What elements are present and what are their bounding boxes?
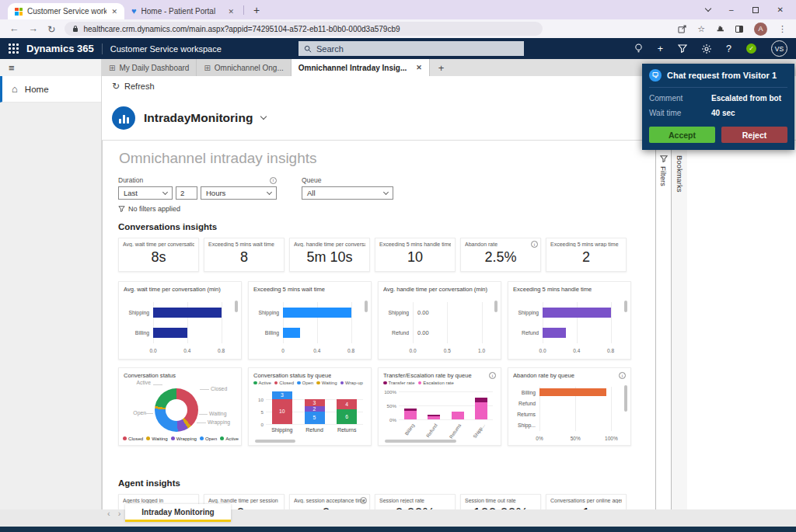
y-axis-tick: 0%: [389, 417, 396, 422]
info-icon[interactable]: i: [531, 241, 538, 248]
callout-line: [197, 422, 206, 423]
share-icon[interactable]: [678, 25, 686, 33]
kpi-value: 2.5%: [465, 249, 536, 266]
x-axis-tick: 0.4: [573, 348, 580, 353]
queue-select[interactable]: All: [302, 186, 393, 200]
queue-filter-group: Queue All: [302, 176, 393, 200]
info-icon[interactable]: i: [619, 372, 626, 379]
info-icon[interactable]: i: [270, 177, 277, 184]
back-icon[interactable]: ←: [9, 23, 19, 34]
stacked-column: [428, 415, 440, 419]
segment: [452, 412, 464, 419]
presence-available-icon[interactable]: ✓: [746, 43, 756, 54]
new-tab-button[interactable]: +: [246, 4, 267, 16]
duration-mode-select[interactable]: Last: [118, 186, 173, 200]
browser-menu-icon[interactable]: ⋮: [778, 24, 787, 34]
dashboard-title: IntradayMonitoring: [144, 111, 253, 125]
y-axis-tick: 50%: [387, 403, 396, 409]
chevron-down-icon[interactable]: [705, 5, 711, 12]
accept-button[interactable]: Accept: [649, 127, 715, 143]
info-icon[interactable]: i: [489, 372, 496, 379]
no-filters-applied[interactable]: No filters applied: [118, 205, 655, 213]
reject-button[interactable]: Reject: [721, 127, 787, 143]
legend-dot: [146, 436, 150, 440]
favicon-square: [19, 8, 23, 12]
x-axis-tick: 0.4: [313, 348, 320, 353]
tab-close-icon[interactable]: ✕: [416, 64, 422, 71]
help-icon[interactable]: ?: [726, 43, 731, 54]
sidebar-item-home[interactable]: ⌂ Home: [0, 76, 101, 103]
session-tab[interactable]: Omnichannel Intraday Insig...✕: [292, 59, 430, 76]
filter-funnel-icon[interactable]: [678, 44, 687, 53]
microsoft-favicon: [15, 8, 23, 16]
bar-row: Billing: [153, 323, 225, 344]
hamburger-icon[interactable]: ≡: [9, 62, 15, 74]
extensions-icon[interactable]: [716, 25, 724, 33]
session-tab[interactable]: ⊞Omnichannel Ong...: [197, 59, 291, 76]
side-panel-icon[interactable]: [735, 26, 743, 33]
window-controls: – ✕: [706, 5, 796, 14]
pane-filters[interactable]: «Filters: [655, 141, 671, 509]
scrollbar-thumb[interactable]: [385, 440, 456, 443]
segment: 5: [305, 412, 325, 424]
forward-icon[interactable]: →: [29, 23, 39, 34]
plus-icon[interactable]: +: [658, 43, 663, 54]
chart-header: Exceeding 5 mins handle time: [513, 286, 626, 293]
scrollbar-thumb[interactable]: [365, 301, 368, 312]
duration-number-input[interactable]: [176, 186, 197, 200]
address-field[interactable]: healthcare.crm.dynamics.com/main.aspx?ap…: [65, 22, 543, 36]
report-page-tab[interactable]: Intraday Monitoring: [125, 504, 230, 522]
kpi-label: Conversations per online agent: [550, 498, 622, 503]
session-tab[interactable]: ⊞My Daily Dashboard: [102, 59, 197, 76]
section-heading-conversations: Conversations insights: [118, 222, 655, 231]
scrollbar-thumb[interactable]: [235, 301, 238, 312]
x-axis-tick: 100%: [605, 436, 618, 441]
pane-bookmarks[interactable]: «Bookmarks: [671, 141, 687, 509]
sidebar-body: [0, 103, 101, 509]
reload-icon[interactable]: ↻: [47, 23, 55, 35]
user-avatar[interactable]: VS: [771, 40, 787, 57]
dashboard-selector-chevron-icon[interactable]: [260, 113, 267, 120]
plot-area: 100%50%0%BillingRefundReturnsShipp...: [399, 391, 493, 420]
x-axis-tick: 0%: [536, 436, 543, 441]
bookmark-star-icon[interactable]: ☆: [697, 24, 705, 34]
x-category-label: Billing: [403, 422, 415, 436]
close-icon[interactable]: ✕: [777, 5, 784, 14]
kpi-value: 10: [379, 249, 451, 266]
segment: 3: [272, 391, 292, 399]
previous-page-icon[interactable]: ‹: [104, 509, 113, 518]
browser-tab[interactable]: Customer Service workspace✕: [8, 3, 124, 19]
next-page-icon[interactable]: ›: [115, 509, 124, 518]
legend-item: Waiting: [316, 381, 337, 385]
gear-icon[interactable]: [702, 44, 711, 54]
scrollbar-thumb[interactable]: [624, 301, 627, 312]
scrollbar-thumb[interactable]: [624, 385, 627, 412]
segment: 10: [272, 399, 292, 424]
waffle-icon[interactable]: [9, 43, 19, 54]
bar: [539, 388, 606, 396]
tab-close-icon[interactable]: ✕: [111, 8, 117, 16]
report-canvas: Omnichannel intraday insights Duration i…: [102, 141, 655, 509]
chart-header: Transfer/Escalation rate by queuei: [383, 372, 496, 379]
lightbulb-icon[interactable]: [634, 43, 643, 54]
refresh-button[interactable]: Refresh: [124, 82, 155, 91]
kpi-card: Avg. wait time per conversation8s: [118, 238, 199, 272]
minimize-icon[interactable]: –: [729, 5, 734, 14]
restore-icon[interactable]: [752, 7, 759, 13]
browser-tab-title: Home - Patient Portal: [141, 7, 224, 16]
bar: [543, 308, 611, 318]
new-session-tab-button[interactable]: +: [430, 59, 453, 76]
scrollbar-thumb[interactable]: [255, 440, 295, 443]
info-icon[interactable]: i: [360, 497, 367, 504]
global-search-input[interactable]: Search: [298, 41, 524, 56]
tab-close-icon[interactable]: ✕: [228, 8, 234, 16]
browser-profile-avatar[interactable]: A: [754, 23, 767, 36]
scrollbar-thumb[interactable]: [494, 301, 498, 312]
callout-line: [153, 384, 162, 385]
bar: [283, 328, 300, 338]
callout-line: [145, 413, 153, 414]
chart-card-conversation-status: Conversation statusActiveClosedOpenWaiti…: [118, 367, 242, 446]
browser-tab[interactable]: ♥Home - Patient Portal✕: [124, 3, 241, 19]
legend-item: Closed: [274, 381, 294, 385]
duration-unit-select[interactable]: Hours: [201, 186, 277, 200]
